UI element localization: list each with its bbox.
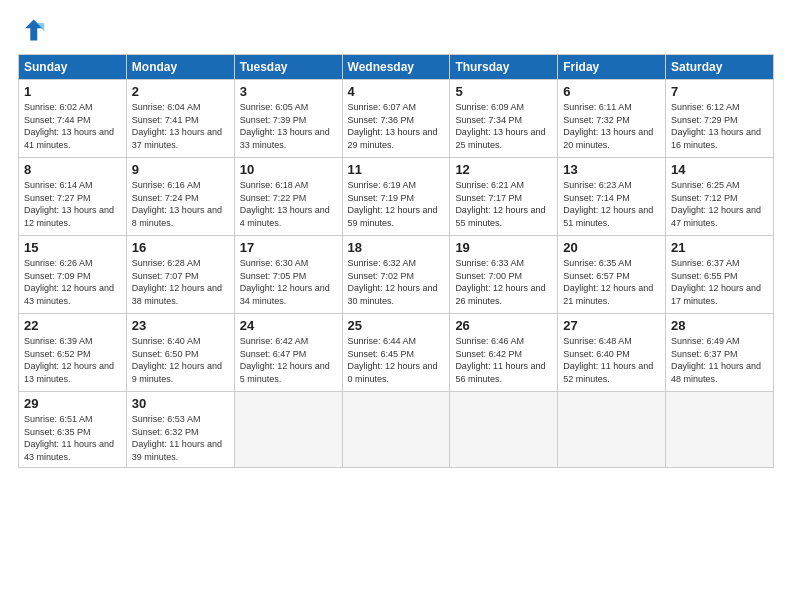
day-info: Sunrise: 6:18 AMSunset: 7:22 PMDaylight:… xyxy=(240,180,330,228)
day-info: Sunrise: 6:32 AMSunset: 7:02 PMDaylight:… xyxy=(348,258,438,306)
day-number: 24 xyxy=(240,318,337,333)
table-row xyxy=(234,392,342,468)
day-number: 28 xyxy=(671,318,768,333)
day-info: Sunrise: 6:37 AMSunset: 6:55 PMDaylight:… xyxy=(671,258,761,306)
day-info: Sunrise: 6:16 AMSunset: 7:24 PMDaylight:… xyxy=(132,180,222,228)
day-info: Sunrise: 6:44 AMSunset: 6:45 PMDaylight:… xyxy=(348,336,438,384)
calendar-week-row: 29Sunrise: 6:51 AMSunset: 6:35 PMDayligh… xyxy=(19,392,774,468)
table-row: 24Sunrise: 6:42 AMSunset: 6:47 PMDayligh… xyxy=(234,314,342,392)
table-row: 17Sunrise: 6:30 AMSunset: 7:05 PMDayligh… xyxy=(234,236,342,314)
table-row: 1Sunrise: 6:02 AMSunset: 7:44 PMDaylight… xyxy=(19,80,127,158)
table-row: 5Sunrise: 6:09 AMSunset: 7:34 PMDaylight… xyxy=(450,80,558,158)
col-friday: Friday xyxy=(558,55,666,80)
day-info: Sunrise: 6:11 AMSunset: 7:32 PMDaylight:… xyxy=(563,102,653,150)
logo-icon xyxy=(18,16,46,44)
table-row: 21Sunrise: 6:37 AMSunset: 6:55 PMDayligh… xyxy=(666,236,774,314)
day-number: 9 xyxy=(132,162,229,177)
day-number: 18 xyxy=(348,240,445,255)
day-info: Sunrise: 6:04 AMSunset: 7:41 PMDaylight:… xyxy=(132,102,222,150)
table-row: 14Sunrise: 6:25 AMSunset: 7:12 PMDayligh… xyxy=(666,158,774,236)
day-info: Sunrise: 6:09 AMSunset: 7:34 PMDaylight:… xyxy=(455,102,545,150)
header xyxy=(18,16,774,44)
day-number: 4 xyxy=(348,84,445,99)
table-row xyxy=(666,392,774,468)
day-info: Sunrise: 6:49 AMSunset: 6:37 PMDaylight:… xyxy=(671,336,761,384)
day-number: 15 xyxy=(24,240,121,255)
day-info: Sunrise: 6:21 AMSunset: 7:17 PMDaylight:… xyxy=(455,180,545,228)
col-wednesday: Wednesday xyxy=(342,55,450,80)
col-saturday: Saturday xyxy=(666,55,774,80)
day-info: Sunrise: 6:12 AMSunset: 7:29 PMDaylight:… xyxy=(671,102,761,150)
table-row: 26Sunrise: 6:46 AMSunset: 6:42 PMDayligh… xyxy=(450,314,558,392)
day-info: Sunrise: 6:02 AMSunset: 7:44 PMDaylight:… xyxy=(24,102,114,150)
table-row: 15Sunrise: 6:26 AMSunset: 7:09 PMDayligh… xyxy=(19,236,127,314)
day-number: 30 xyxy=(132,396,229,411)
day-number: 7 xyxy=(671,84,768,99)
table-row xyxy=(342,392,450,468)
calendar-header-row: Sunday Monday Tuesday Wednesday Thursday… xyxy=(19,55,774,80)
day-info: Sunrise: 6:42 AMSunset: 6:47 PMDaylight:… xyxy=(240,336,330,384)
calendar-week-row: 1Sunrise: 6:02 AMSunset: 7:44 PMDaylight… xyxy=(19,80,774,158)
day-number: 14 xyxy=(671,162,768,177)
table-row: 7Sunrise: 6:12 AMSunset: 7:29 PMDaylight… xyxy=(666,80,774,158)
day-number: 3 xyxy=(240,84,337,99)
table-row: 23Sunrise: 6:40 AMSunset: 6:50 PMDayligh… xyxy=(126,314,234,392)
day-number: 12 xyxy=(455,162,552,177)
table-row: 13Sunrise: 6:23 AMSunset: 7:14 PMDayligh… xyxy=(558,158,666,236)
day-info: Sunrise: 6:28 AMSunset: 7:07 PMDaylight:… xyxy=(132,258,222,306)
day-info: Sunrise: 6:05 AMSunset: 7:39 PMDaylight:… xyxy=(240,102,330,150)
calendar-page: Sunday Monday Tuesday Wednesday Thursday… xyxy=(0,0,792,612)
table-row: 20Sunrise: 6:35 AMSunset: 6:57 PMDayligh… xyxy=(558,236,666,314)
day-number: 26 xyxy=(455,318,552,333)
day-info: Sunrise: 6:48 AMSunset: 6:40 PMDaylight:… xyxy=(563,336,653,384)
table-row: 12Sunrise: 6:21 AMSunset: 7:17 PMDayligh… xyxy=(450,158,558,236)
day-number: 13 xyxy=(563,162,660,177)
day-info: Sunrise: 6:33 AMSunset: 7:00 PMDaylight:… xyxy=(455,258,545,306)
day-info: Sunrise: 6:39 AMSunset: 6:52 PMDaylight:… xyxy=(24,336,114,384)
col-monday: Monday xyxy=(126,55,234,80)
day-info: Sunrise: 6:53 AMSunset: 6:32 PMDaylight:… xyxy=(132,414,222,462)
day-number: 27 xyxy=(563,318,660,333)
calendar-week-row: 22Sunrise: 6:39 AMSunset: 6:52 PMDayligh… xyxy=(19,314,774,392)
table-row: 6Sunrise: 6:11 AMSunset: 7:32 PMDaylight… xyxy=(558,80,666,158)
table-row xyxy=(558,392,666,468)
day-number: 25 xyxy=(348,318,445,333)
col-tuesday: Tuesday xyxy=(234,55,342,80)
table-row: 16Sunrise: 6:28 AMSunset: 7:07 PMDayligh… xyxy=(126,236,234,314)
calendar-week-row: 15Sunrise: 6:26 AMSunset: 7:09 PMDayligh… xyxy=(19,236,774,314)
day-number: 2 xyxy=(132,84,229,99)
day-info: Sunrise: 6:40 AMSunset: 6:50 PMDaylight:… xyxy=(132,336,222,384)
day-info: Sunrise: 6:14 AMSunset: 7:27 PMDaylight:… xyxy=(24,180,114,228)
table-row: 19Sunrise: 6:33 AMSunset: 7:00 PMDayligh… xyxy=(450,236,558,314)
svg-marker-0 xyxy=(25,20,43,41)
table-row: 29Sunrise: 6:51 AMSunset: 6:35 PMDayligh… xyxy=(19,392,127,468)
table-row: 3Sunrise: 6:05 AMSunset: 7:39 PMDaylight… xyxy=(234,80,342,158)
table-row: 2Sunrise: 6:04 AMSunset: 7:41 PMDaylight… xyxy=(126,80,234,158)
table-row: 4Sunrise: 6:07 AMSunset: 7:36 PMDaylight… xyxy=(342,80,450,158)
day-number: 20 xyxy=(563,240,660,255)
day-number: 1 xyxy=(24,84,121,99)
day-number: 6 xyxy=(563,84,660,99)
day-number: 23 xyxy=(132,318,229,333)
table-row: 10Sunrise: 6:18 AMSunset: 7:22 PMDayligh… xyxy=(234,158,342,236)
table-row: 25Sunrise: 6:44 AMSunset: 6:45 PMDayligh… xyxy=(342,314,450,392)
day-number: 8 xyxy=(24,162,121,177)
table-row: 8Sunrise: 6:14 AMSunset: 7:27 PMDaylight… xyxy=(19,158,127,236)
day-info: Sunrise: 6:23 AMSunset: 7:14 PMDaylight:… xyxy=(563,180,653,228)
col-sunday: Sunday xyxy=(19,55,127,80)
day-info: Sunrise: 6:35 AMSunset: 6:57 PMDaylight:… xyxy=(563,258,653,306)
calendar-week-row: 8Sunrise: 6:14 AMSunset: 7:27 PMDaylight… xyxy=(19,158,774,236)
day-info: Sunrise: 6:30 AMSunset: 7:05 PMDaylight:… xyxy=(240,258,330,306)
logo xyxy=(18,16,50,44)
table-row: 11Sunrise: 6:19 AMSunset: 7:19 PMDayligh… xyxy=(342,158,450,236)
day-number: 22 xyxy=(24,318,121,333)
table-row xyxy=(450,392,558,468)
table-row: 30Sunrise: 6:53 AMSunset: 6:32 PMDayligh… xyxy=(126,392,234,468)
day-info: Sunrise: 6:25 AMSunset: 7:12 PMDaylight:… xyxy=(671,180,761,228)
day-info: Sunrise: 6:26 AMSunset: 7:09 PMDaylight:… xyxy=(24,258,114,306)
day-number: 11 xyxy=(348,162,445,177)
day-info: Sunrise: 6:51 AMSunset: 6:35 PMDaylight:… xyxy=(24,414,114,462)
table-row: 9Sunrise: 6:16 AMSunset: 7:24 PMDaylight… xyxy=(126,158,234,236)
calendar-table: Sunday Monday Tuesday Wednesday Thursday… xyxy=(18,54,774,468)
table-row: 28Sunrise: 6:49 AMSunset: 6:37 PMDayligh… xyxy=(666,314,774,392)
